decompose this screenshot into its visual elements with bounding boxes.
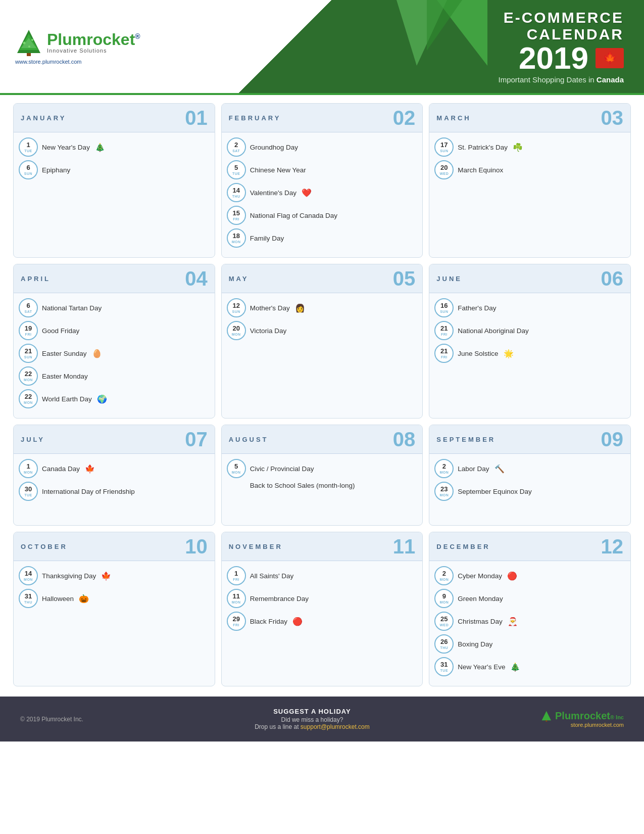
day-badge: 2 MON <box>434 459 454 478</box>
footer-logo-icon <box>541 711 552 722</box>
event-row: 2 MON Labor Day🔨 <box>434 459 624 478</box>
event-row: 6 SUN Epiphany <box>19 160 209 179</box>
day-number: 2 <box>442 463 446 470</box>
month-header: JANUARY 01 <box>14 104 215 132</box>
day-dow: SUN <box>24 355 32 359</box>
day-number: 25 <box>440 616 448 623</box>
event-row: 18 MON Family Day <box>227 228 417 248</box>
month-events: 2 SAT Groundhog Day 5 TUE Chinese New Ye… <box>222 132 423 257</box>
month-header: MARCH 03 <box>429 104 630 132</box>
month-header: APRIL 04 <box>14 264 215 293</box>
month-number: 12 <box>601 536 623 557</box>
month-events: 16 SUN Father's Day 21 FRI National Abor… <box>429 293 630 373</box>
event-row: 31 TUE New Year's Eve🎄 <box>434 657 624 676</box>
day-dow: MON <box>439 578 449 581</box>
day-number: 20 <box>440 164 448 171</box>
event-name: Christmas Day <box>458 618 503 625</box>
day-badge: 26 THU <box>434 634 454 654</box>
event-name: Canada Day <box>42 465 80 473</box>
month-number: 04 <box>185 268 208 289</box>
day-dow: TUE <box>24 149 32 153</box>
event-name: Valentine's Day <box>250 189 296 197</box>
day-badge: 18 MON <box>227 228 246 248</box>
month-cell-january: JANUARY 01 1 TUE New Year's Day🎄 6 SUN E… <box>13 103 215 258</box>
event-name: All Saints' Day <box>250 572 294 580</box>
footer-email-link[interactable]: support@plumrocket.com <box>301 723 370 730</box>
event-row: 12 SUN Mother's Day👩 <box>227 298 417 317</box>
day-badge: 14 THU <box>227 183 246 202</box>
day-number: 20 <box>232 325 239 332</box>
event-icon: 🔴 <box>292 617 303 626</box>
event-name: March Equinox <box>458 166 503 174</box>
event-row: 19 FRI Good Friday <box>19 321 209 340</box>
month-events: 1 FRI All Saints' Day 11 MON Remembrance… <box>222 561 423 640</box>
day-number: 26 <box>440 638 448 645</box>
month-name: OCTOBER <box>21 543 68 550</box>
svg-rect-6 <box>27 53 31 56</box>
day-number: 22 <box>25 370 32 378</box>
day-dow: MON <box>439 471 449 474</box>
day-number: 6 <box>26 302 30 309</box>
month-events: 6 SAT National Tartan Day 19 FRI Good Fr… <box>14 293 215 418</box>
day-number: 30 <box>25 486 32 493</box>
day-number: 16 <box>440 302 448 309</box>
day-dow: SAT <box>25 310 32 313</box>
event-row: 2 SAT Groundhog Day <box>227 137 417 157</box>
day-dow: TUE <box>24 493 32 497</box>
event-name: World Earth Day <box>42 395 92 403</box>
day-number: 31 <box>25 593 32 600</box>
day-number: 2 <box>442 570 446 577</box>
event-name: Boxing Day <box>458 640 492 648</box>
svg-point-8 <box>31 39 33 41</box>
month-number: 03 <box>601 108 623 128</box>
event-row: 29 FRI Black Friday🔴 <box>227 612 417 631</box>
day-dow: FRI <box>233 578 239 581</box>
event-row: 30 TUE International Day of Friendship <box>19 482 209 501</box>
day-dow: TUE <box>440 669 449 672</box>
month-number: 11 <box>393 536 416 557</box>
header-subtitle: Important Shopping Dates in Canada <box>499 75 624 84</box>
day-dow: FRI <box>441 355 448 359</box>
event-name: Remembrance Day <box>250 595 309 603</box>
day-number: 5 <box>234 164 238 171</box>
event-name: National Tartan Day <box>42 304 102 312</box>
event-name: Thanksgiving Day <box>42 572 96 580</box>
day-number: 19 <box>25 325 32 332</box>
day-badge: 21 SUN <box>19 344 38 363</box>
day-badge: 1 TUE <box>19 137 38 157</box>
month-cell-february: FEBRUARY 02 2 SAT Groundhog Day 5 TUE Ch… <box>221 103 423 258</box>
day-badge: 5 TUE <box>227 160 246 179</box>
month-header: DECEMBER 12 <box>429 532 630 561</box>
day-number: 18 <box>232 233 239 240</box>
event-name: Cyber Monday <box>458 572 502 580</box>
month-number: 10 <box>185 536 208 557</box>
day-badge: 31 THU <box>19 589 38 608</box>
month-events: 17 SUN St. Patrick's Day☘️ 20 WED March … <box>429 132 630 189</box>
event-row: 20 MON Victoria Day <box>227 321 417 340</box>
day-number: 1 <box>26 142 30 149</box>
day-badge: 1 FRI <box>227 566 246 585</box>
footer-logo: Plumrocket® Inc store.plumrocket.com <box>541 710 624 728</box>
event-name: Mother's Day <box>250 304 290 312</box>
day-dow: FRI <box>25 333 32 336</box>
day-badge: 6 SAT <box>19 298 38 317</box>
month-cell-may: MAY 05 12 SUN Mother's Day👩 20 MON Victo… <box>221 264 423 419</box>
event-row: 6 SAT National Tartan Day <box>19 298 209 317</box>
day-dow: SUN <box>232 310 240 313</box>
day-dow: FRI <box>233 623 239 627</box>
event-row: 2 MON Cyber Monday🔴 <box>434 566 624 585</box>
event-name: Civic / Provincial Day <box>250 465 314 473</box>
month-number: 09 <box>601 429 623 449</box>
day-dow: MON <box>439 600 449 604</box>
day-dow: FRI <box>233 217 239 221</box>
month-cell-july: JULY 07 1 MON Canada Day🍁 30 TUE Interna… <box>13 425 215 526</box>
event-row: 23 MON September Equinox Day <box>434 482 624 501</box>
calendar-grid: JANUARY 01 1 TUE New Year's Day🎄 6 SUN E… <box>0 95 644 694</box>
day-badge: 25 WED <box>434 612 454 631</box>
month-events: 5 MON Civic / Provincial DayBack to Scho… <box>222 454 423 499</box>
day-badge: 30 TUE <box>19 482 38 501</box>
event-name: Black Friday <box>250 618 287 625</box>
day-number: 17 <box>440 142 448 149</box>
day-number: 9 <box>442 593 446 600</box>
event-row: 21 FRI June Solstice🌟 <box>434 344 624 363</box>
